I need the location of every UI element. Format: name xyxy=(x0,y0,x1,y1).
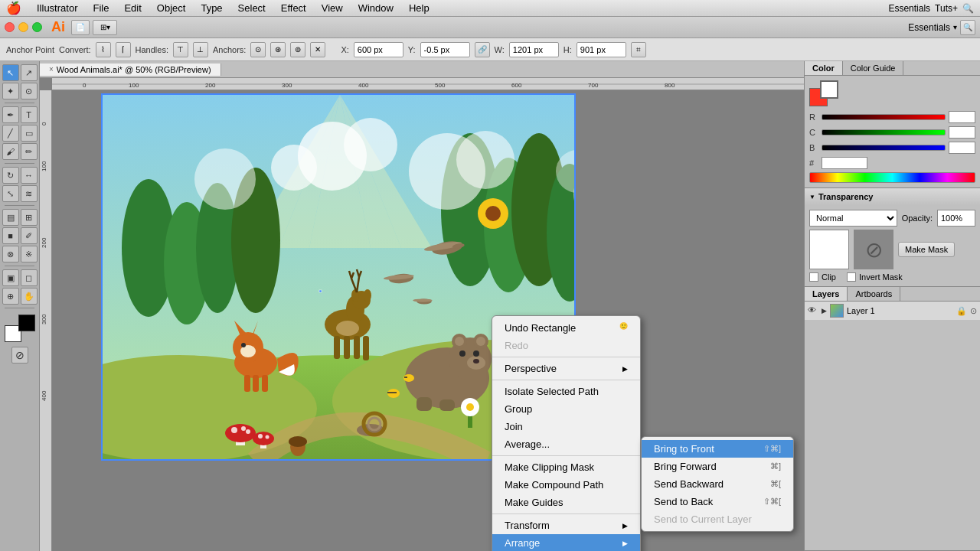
menu-edit[interactable]: Edit xyxy=(118,1,147,15)
g-value-input[interactable] xyxy=(949,126,975,139)
y-input[interactable] xyxy=(420,42,470,57)
handles-btn2[interactable]: ⊥ xyxy=(193,42,208,57)
line-tool[interactable]: ╱ xyxy=(2,125,19,142)
opacity-input[interactable] xyxy=(937,210,975,227)
pen-tool[interactable]: ✒ xyxy=(2,106,19,123)
menu-view[interactable]: View xyxy=(315,1,349,15)
blend-mode-select[interactable]: Normal xyxy=(809,210,897,227)
b-value-input[interactable] xyxy=(949,142,975,154)
convert-smooth-btn[interactable]: ⌈ xyxy=(116,42,131,57)
artboards-tab[interactable]: Artboards xyxy=(848,287,900,301)
make-mask-button[interactable]: Make Mask xyxy=(898,242,955,257)
stroke-color-swatch[interactable] xyxy=(18,315,35,331)
ctx-transform[interactable]: Transform xyxy=(492,517,640,534)
clip-checkbox[interactable] xyxy=(809,272,818,282)
sub-bring-forward[interactable]: Bring Forward ⌘] xyxy=(642,458,793,475)
apple-menu[interactable]: 🍎 xyxy=(6,1,21,15)
essentials-dropdown[interactable]: Essentials xyxy=(888,3,930,14)
ctx-make-clipping-mask[interactable]: Make Clipping Mask xyxy=(492,458,640,476)
ctx-make-guides[interactable]: Make Guides xyxy=(492,494,640,511)
gradient-tool[interactable]: ■ xyxy=(2,227,19,244)
layers-tab[interactable]: Layers xyxy=(805,287,848,301)
menu-window[interactable]: Window xyxy=(352,1,400,15)
reflect-tool[interactable]: ↔ xyxy=(21,167,38,184)
blend-tool[interactable]: ⊗ xyxy=(2,246,19,262)
transparency-panel-header[interactable]: ▼ Transparency xyxy=(805,188,980,205)
ctx-arrange[interactable]: Arrange xyxy=(492,534,640,551)
doc-profile-button[interactable]: 📄 xyxy=(71,20,90,35)
x-input[interactable] xyxy=(354,42,403,57)
lasso-tool[interactable]: ⊙ xyxy=(21,83,38,99)
color-tab[interactable]: Color xyxy=(805,61,843,75)
stroke-swatch[interactable] xyxy=(820,80,838,99)
r-slider[interactable] xyxy=(822,114,946,120)
search-icon[interactable]: 🔍 xyxy=(962,3,974,14)
zoom-tool[interactable]: ⊕ xyxy=(2,288,19,305)
mesh-tool[interactable]: ⊞ xyxy=(21,209,38,226)
sub-bring-to-front[interactable]: Bring to Front ⇧⌘] xyxy=(642,440,793,458)
symbol-sprayer-tool[interactable]: ※ xyxy=(21,246,38,262)
menu-file[interactable]: File xyxy=(87,1,115,15)
color-guide-tab[interactable]: Color Guide xyxy=(843,61,904,75)
anchors-btn3[interactable]: ⊚ xyxy=(290,42,305,57)
w-input[interactable] xyxy=(509,42,559,57)
ctx-perspective[interactable]: Perspective xyxy=(492,360,640,377)
arrange-documents-button[interactable]: ⊞▾ xyxy=(93,20,117,35)
hand-tool[interactable]: ✋ xyxy=(21,288,38,305)
sub-send-backward[interactable]: Send Backward ⌘[ xyxy=(642,475,793,493)
type-tool[interactable]: T xyxy=(21,106,38,123)
direct-selection-tool[interactable]: ↗ xyxy=(21,64,38,81)
rectangle-tool[interactable]: ▭ xyxy=(21,125,38,142)
paintbrush-tool[interactable]: 🖌 xyxy=(2,143,19,160)
menu-help[interactable]: Help xyxy=(403,1,436,15)
close-window-button[interactable] xyxy=(5,22,15,32)
rotate-tool[interactable]: ↻ xyxy=(2,167,19,184)
menu-select[interactable]: Select xyxy=(232,1,272,15)
ctx-redo[interactable]: Redo xyxy=(492,337,640,354)
scale-tool[interactable]: ⤡ xyxy=(2,185,19,202)
layer-options-icon[interactable]: ⊙ xyxy=(970,306,977,316)
tab-close-button[interactable]: × xyxy=(49,65,54,73)
tuts-link[interactable]: Tuts+ xyxy=(935,3,958,14)
ctx-undo[interactable]: Undo Rectangle 🙂 xyxy=(492,319,640,337)
transform-btn[interactable]: ⌗ xyxy=(631,42,646,57)
constrain-proportions-btn[interactable]: 🔗 xyxy=(475,42,490,57)
eyedropper-tool[interactable]: ✐ xyxy=(21,227,38,244)
anchors-btn4[interactable]: ✕ xyxy=(310,42,325,57)
ctx-isolate[interactable]: Isolate Selected Path xyxy=(492,383,640,400)
convert-corner-btn[interactable]: ⌇ xyxy=(96,42,111,57)
essentials-chevron[interactable]: ▾ xyxy=(953,23,957,31)
handles-btn1[interactable]: ⊤ xyxy=(173,42,188,57)
magic-wand-tool[interactable]: ✦ xyxy=(2,83,19,99)
menu-effect[interactable]: Effect xyxy=(275,1,312,15)
invert-mask-checkbox[interactable] xyxy=(847,272,856,282)
ctx-group[interactable]: Group xyxy=(492,400,640,418)
menu-illustrator[interactable]: Illustrator xyxy=(31,1,83,15)
fullscreen-window-button[interactable] xyxy=(32,22,42,32)
b-slider[interactable] xyxy=(822,145,946,151)
eraser-tool[interactable]: ◻ xyxy=(21,269,38,286)
hex-input[interactable] xyxy=(822,157,867,169)
menu-object[interactable]: Object xyxy=(151,1,192,15)
ctx-join[interactable]: Join xyxy=(492,418,640,435)
layer-item[interactable]: 👁 ▶ Layer 1 🔒 ⊙ xyxy=(805,302,980,320)
g-slider[interactable] xyxy=(822,129,946,135)
menu-type[interactable]: Type xyxy=(194,1,228,15)
h-input[interactable] xyxy=(577,42,626,57)
selection-tool[interactable]: ↖ xyxy=(2,64,19,81)
sub-send-to-back[interactable]: Send to Back ⇧⌘[ xyxy=(642,493,793,510)
graph-tool[interactable]: ▤ xyxy=(2,209,19,226)
ctx-make-compound-path[interactable]: Make Compound Path xyxy=(492,476,640,494)
r-value-input[interactable] xyxy=(949,111,975,123)
layer-visibility-eye[interactable]: 👁 xyxy=(808,305,818,316)
color-spectrum[interactable] xyxy=(809,172,975,183)
warp-tool[interactable]: ≋ xyxy=(21,185,38,202)
anchors-btn1[interactable]: ⊙ xyxy=(250,42,266,57)
minimize-window-button[interactable] xyxy=(18,22,28,32)
pencil-tool[interactable]: ✏ xyxy=(21,143,38,160)
ctx-average[interactable]: Average... xyxy=(492,435,640,453)
artboard-tool[interactable]: ▣ xyxy=(2,269,19,286)
anchors-btn2[interactable]: ⊛ xyxy=(270,42,286,57)
none-swatch[interactable]: ⊘ xyxy=(11,347,28,364)
layer-lock-icon[interactable]: 🔒 xyxy=(956,306,967,316)
